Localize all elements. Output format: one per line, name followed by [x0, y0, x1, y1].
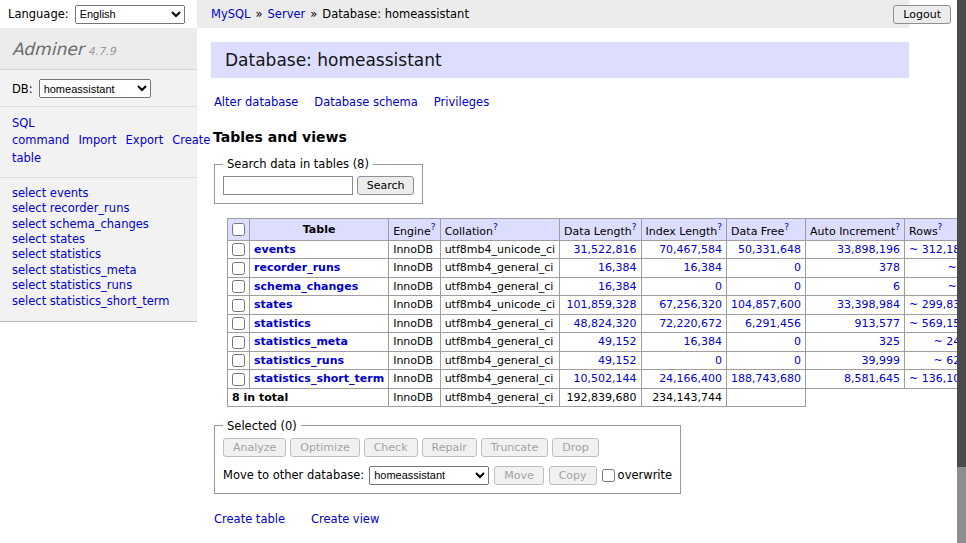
index-length-link[interactable]: 67,256,320	[659, 298, 722, 311]
create-view-link[interactable]: Create view	[311, 512, 379, 526]
auto-increment-cell: 325	[806, 333, 905, 352]
scrollbar-thumb[interactable]	[957, 0, 966, 467]
auto-increment-link[interactable]: 33,398,984	[837, 298, 900, 311]
table-name-cell: statistics_short_term	[250, 370, 389, 389]
index-length-link[interactable]: 24,166,400	[659, 372, 722, 385]
table-name-link[interactable]: states	[254, 298, 293, 311]
data-free-link[interactable]: 6,291,456	[745, 317, 801, 330]
row-checkbox[interactable]	[232, 336, 245, 349]
table-name-link[interactable]: events	[254, 243, 296, 256]
sidebar-link-export[interactable]: Export	[126, 133, 164, 147]
alter-database-link[interactable]: Alter database	[214, 95, 298, 109]
data-free-help-link[interactable]: ?	[784, 222, 789, 232]
auto-increment-link[interactable]: 8,581,645	[844, 372, 900, 385]
privileges-link[interactable]: Privileges	[434, 95, 489, 109]
sidebar-select-statistics-runs[interactable]: select statistics_runs	[12, 278, 132, 292]
collation-cell: utf8mb4_general_ci	[440, 314, 559, 333]
header-rows-label: Rows	[909, 225, 938, 238]
index-length-link[interactable]: 0	[715, 280, 722, 293]
search-button[interactable]: Search	[357, 176, 415, 195]
index-length-link[interactable]: 70,467,584	[659, 243, 722, 256]
table-name-link[interactable]: statistics	[254, 317, 311, 330]
breadcrumb: MySQL » Server » Database: homeassistant	[197, 0, 909, 28]
check-button: Check	[364, 438, 418, 457]
data-free-link[interactable]: 104,857,600	[731, 298, 801, 311]
table-name-link[interactable]: schema_changes	[254, 280, 358, 293]
create-links: Create tableCreate view	[214, 512, 909, 526]
create-table-link[interactable]: Create table	[214, 512, 285, 526]
selected-fieldset: Selected (0) Analyze Optimize Check Repa…	[214, 419, 681, 494]
auto-increment-link[interactable]: 39,999	[862, 354, 901, 367]
row-checkbox[interactable]	[232, 262, 245, 275]
app-title: Adminer4.7.9	[0, 28, 197, 70]
data-free-link[interactable]: 50,331,648	[738, 243, 801, 256]
rows-help-link[interactable]: ?	[938, 222, 943, 232]
row-checkbox[interactable]	[232, 354, 245, 367]
data-free-link[interactable]: 0	[794, 335, 801, 348]
sidebar-select-statistics-short-term[interactable]: select statistics_short_term	[12, 294, 169, 308]
data-free-link[interactable]: 0	[794, 280, 801, 293]
table-name-link[interactable]: statistics_short_term	[254, 372, 384, 385]
table-name-link[interactable]: statistics_meta	[254, 335, 348, 348]
auto-increment-link[interactable]: 913,577	[855, 317, 901, 330]
breadcrumb-mysql-link[interactable]: MySQL	[211, 7, 251, 21]
data-length-link[interactable]: 48,824,320	[574, 317, 637, 330]
sidebar-select-schema-changes[interactable]: select schema_changes	[12, 217, 149, 231]
data-free-link[interactable]: 188,743,680	[731, 372, 801, 385]
sidebar-select-recorder-runs[interactable]: select recorder_runs	[12, 201, 129, 215]
table-name-link[interactable]: recorder_runs	[254, 261, 340, 274]
data-free-link[interactable]: 0	[794, 261, 801, 274]
select-all-checkbox[interactable]	[232, 223, 245, 236]
engine-help-link[interactable]: ?	[431, 222, 436, 232]
language-select[interactable]: English	[75, 5, 185, 24]
data-length-link[interactable]: 16,384	[598, 261, 637, 274]
breadcrumb-server-link[interactable]: Server	[268, 7, 306, 21]
data-length-link[interactable]: 49,152	[598, 354, 637, 367]
move-db-select[interactable]: homeassistant	[369, 466, 489, 485]
row-checkbox[interactable]	[232, 373, 245, 386]
collation-cell: utf8mb4_general_ci	[440, 333, 559, 352]
sidebar-select-statistics[interactable]: select statistics	[12, 247, 101, 261]
data-length-link[interactable]: 31,522,816	[574, 243, 637, 256]
row-checkbox[interactable]	[232, 243, 245, 256]
sidebar-select-states[interactable]: select states	[12, 232, 85, 246]
data-length-link[interactable]: 101,859,328	[567, 298, 637, 311]
header-auto-increment: Auto Increment?	[806, 219, 905, 241]
data-length-link[interactable]: 49,152	[598, 335, 637, 348]
table-name-link[interactable]: statistics_runs	[254, 354, 344, 367]
overwrite-checkbox[interactable]	[602, 469, 615, 482]
table-header-row: Table Engine? Collation? Data Length? In…	[228, 219, 966, 241]
index-length-link[interactable]: 0	[715, 354, 722, 367]
sidebar-link-sql-command[interactable]: SQL command	[12, 116, 69, 147]
auto-increment-link[interactable]: 325	[879, 335, 900, 348]
index-length-link[interactable]: 16,384	[684, 335, 723, 348]
auto-increment-help-link[interactable]: ?	[895, 222, 900, 232]
auto-increment-cell: 33,898,196	[806, 240, 905, 259]
logout-button[interactable]: Logout	[893, 5, 951, 24]
row-checkbox[interactable]	[232, 280, 245, 293]
row-checkbox[interactable]	[232, 299, 245, 312]
search-legend: Search data in tables (8)	[223, 157, 373, 171]
row-select-cell	[228, 296, 250, 315]
index-length-help-link[interactable]: ?	[717, 222, 722, 232]
data-length-help-link[interactable]: ?	[632, 222, 637, 232]
db-select[interactable]: homeassistant	[39, 79, 151, 98]
data-length-link[interactable]: 10,502,144	[574, 372, 637, 385]
row-checkbox[interactable]	[232, 317, 245, 330]
index-length-link[interactable]: 72,220,672	[659, 317, 722, 330]
auto-increment-link[interactable]: 378	[879, 261, 900, 274]
data-length-link[interactable]: 16,384	[598, 280, 637, 293]
sidebar-select-statistics-meta[interactable]: select statistics_meta	[12, 263, 137, 277]
sidebar-select-events[interactable]: select events	[12, 186, 89, 200]
sidebar-link-import[interactable]: Import	[78, 133, 116, 147]
data-free-link[interactable]: 0	[794, 354, 801, 367]
auto-increment-link[interactable]: 6	[893, 280, 900, 293]
auto-increment-link[interactable]: 33,898,196	[837, 243, 900, 256]
engine-cell: InnoDB	[389, 277, 440, 296]
index-length-link[interactable]: 16,384	[684, 261, 723, 274]
collation-help-link[interactable]: ?	[493, 222, 498, 232]
sidebar-actions: SQL commandImportExportCreate table	[0, 107, 197, 178]
database-schema-link[interactable]: Database schema	[314, 95, 417, 109]
engine-cell: InnoDB	[389, 296, 440, 315]
search-input[interactable]	[223, 176, 353, 195]
